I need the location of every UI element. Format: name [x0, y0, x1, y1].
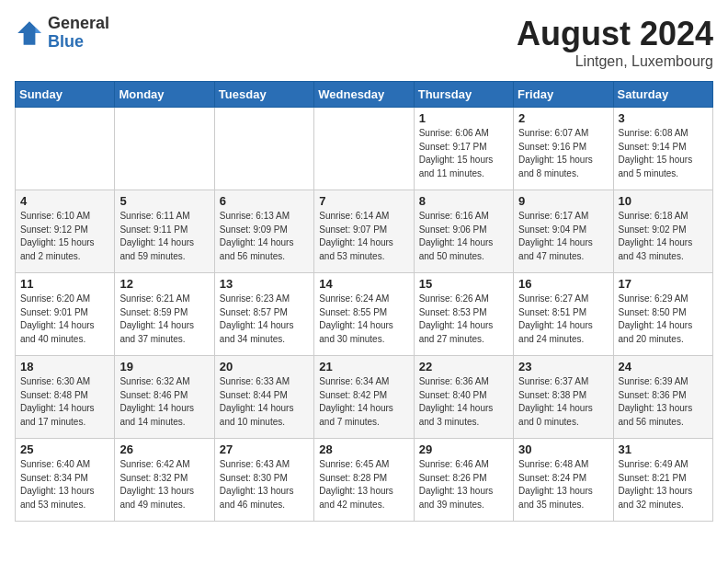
day-number: 30 — [518, 442, 608, 456]
header-monday: Monday — [115, 82, 214, 108]
calendar-cell: 8Sunrise: 6:16 AM Sunset: 9:06 PM Daylig… — [414, 190, 513, 273]
day-number: 29 — [419, 442, 508, 456]
day-info: Sunrise: 6:39 AM Sunset: 8:36 PM Dayligh… — [619, 375, 708, 429]
calendar-cell: 6Sunrise: 6:13 AM Sunset: 9:09 PM Daylig… — [214, 190, 313, 273]
calendar-cell: 21Sunrise: 6:34 AM Sunset: 8:42 PM Dayli… — [314, 356, 414, 439]
calendar-cell: 26Sunrise: 6:42 AM Sunset: 8:32 PM Dayli… — [115, 439, 214, 522]
day-number: 14 — [319, 277, 408, 291]
day-number: 23 — [518, 360, 608, 373]
day-info: Sunrise: 6:18 AM Sunset: 9:02 PM Dayligh… — [619, 210, 708, 263]
day-info: Sunrise: 6:11 AM Sunset: 9:11 PM Dayligh… — [119, 210, 209, 263]
calendar-cell: 19Sunrise: 6:32 AM Sunset: 8:46 PM Dayli… — [115, 356, 214, 439]
calendar-cell: 17Sunrise: 6:29 AM Sunset: 8:50 PM Dayli… — [613, 273, 712, 356]
header-sunday: Sunday — [16, 82, 115, 108]
day-info: Sunrise: 6:37 AM Sunset: 8:38 PM Dayligh… — [518, 375, 608, 429]
day-number: 26 — [119, 442, 209, 456]
title-area: August 2024 Lintgen, Luxembourg — [517, 15, 713, 70]
day-info: Sunrise: 6:23 AM Sunset: 8:57 PM Dayligh… — [220, 293, 309, 346]
calendar-cell: 7Sunrise: 6:14 AM Sunset: 9:07 PM Daylig… — [314, 190, 414, 273]
calendar-week-1: 1Sunrise: 6:06 AM Sunset: 9:17 PM Daylig… — [16, 108, 713, 190]
month-title: August 2024 — [517, 15, 713, 53]
calendar-body: 1Sunrise: 6:06 AM Sunset: 9:17 PM Daylig… — [16, 108, 713, 522]
logo-text: General Blue — [48, 15, 109, 52]
day-number: 31 — [619, 442, 708, 456]
day-info: Sunrise: 6:24 AM Sunset: 8:55 PM Dayligh… — [319, 293, 408, 346]
calendar-cell — [214, 108, 313, 190]
calendar-week-3: 11Sunrise: 6:20 AM Sunset: 9:01 PM Dayli… — [16, 273, 713, 356]
day-number: 12 — [119, 277, 209, 291]
calendar-cell: 18Sunrise: 6:30 AM Sunset: 8:48 PM Dayli… — [16, 356, 115, 439]
day-number: 18 — [20, 360, 109, 373]
calendar-cell: 27Sunrise: 6:43 AM Sunset: 8:30 PM Dayli… — [214, 439, 313, 522]
day-info: Sunrise: 6:14 AM Sunset: 9:07 PM Dayligh… — [319, 210, 408, 263]
day-info: Sunrise: 6:34 AM Sunset: 8:42 PM Dayligh… — [319, 375, 408, 429]
logo-blue: Blue — [48, 33, 109, 52]
header-wednesday: Wednesday — [314, 82, 414, 108]
day-number: 2 — [518, 111, 608, 125]
calendar-cell: 14Sunrise: 6:24 AM Sunset: 8:55 PM Dayli… — [314, 273, 414, 356]
calendar-cell: 1Sunrise: 6:06 AM Sunset: 9:17 PM Daylig… — [414, 108, 513, 190]
day-info: Sunrise: 6:48 AM Sunset: 8:24 PM Dayligh… — [518, 458, 608, 511]
day-number: 21 — [319, 360, 408, 373]
calendar-cell: 20Sunrise: 6:33 AM Sunset: 8:44 PM Dayli… — [214, 356, 313, 439]
calendar-cell: 23Sunrise: 6:37 AM Sunset: 8:38 PM Dayli… — [514, 356, 613, 439]
calendar-cell: 2Sunrise: 6:07 AM Sunset: 9:16 PM Daylig… — [514, 108, 613, 190]
day-info: Sunrise: 6:43 AM Sunset: 8:30 PM Dayligh… — [220, 458, 309, 511]
day-info: Sunrise: 6:06 AM Sunset: 9:17 PM Dayligh… — [419, 127, 508, 180]
calendar-table: Sunday Monday Tuesday Wednesday Thursday… — [15, 81, 713, 522]
day-info: Sunrise: 6:20 AM Sunset: 9:01 PM Dayligh… — [20, 293, 109, 346]
day-number: 10 — [619, 194, 708, 208]
logo: General Blue — [15, 15, 109, 52]
page-header: General Blue August 2024 Lintgen, Luxemb… — [15, 15, 713, 70]
calendar-week-2: 4Sunrise: 6:10 AM Sunset: 9:12 PM Daylig… — [16, 190, 713, 273]
header-saturday: Saturday — [613, 82, 712, 108]
calendar-week-5: 25Sunrise: 6:40 AM Sunset: 8:34 PM Dayli… — [16, 439, 713, 522]
calendar-cell — [115, 108, 214, 190]
calendar-cell — [16, 108, 115, 190]
calendar-cell: 15Sunrise: 6:26 AM Sunset: 8:53 PM Dayli… — [414, 273, 513, 356]
day-number: 17 — [619, 277, 708, 291]
day-info: Sunrise: 6:45 AM Sunset: 8:28 PM Dayligh… — [319, 458, 408, 511]
header-row: Sunday Monday Tuesday Wednesday Thursday… — [16, 82, 713, 108]
calendar-week-4: 18Sunrise: 6:30 AM Sunset: 8:48 PM Dayli… — [16, 356, 713, 439]
day-info: Sunrise: 6:21 AM Sunset: 8:59 PM Dayligh… — [119, 293, 209, 346]
header-friday: Friday — [514, 82, 613, 108]
day-info: Sunrise: 6:17 AM Sunset: 9:04 PM Dayligh… — [518, 210, 608, 263]
day-number: 22 — [419, 360, 508, 373]
day-info: Sunrise: 6:42 AM Sunset: 8:32 PM Dayligh… — [119, 458, 209, 511]
day-number: 24 — [619, 360, 708, 373]
day-number: 20 — [220, 360, 309, 373]
day-number: 11 — [20, 277, 109, 291]
day-number: 27 — [220, 442, 309, 456]
calendar-cell: 13Sunrise: 6:23 AM Sunset: 8:57 PM Dayli… — [214, 273, 313, 356]
calendar-cell: 12Sunrise: 6:21 AM Sunset: 8:59 PM Dayli… — [115, 273, 214, 356]
calendar-cell: 30Sunrise: 6:48 AM Sunset: 8:24 PM Dayli… — [514, 439, 613, 522]
logo-icon — [15, 18, 44, 48]
day-info: Sunrise: 6:13 AM Sunset: 9:09 PM Dayligh… — [220, 210, 309, 263]
day-number: 19 — [119, 360, 209, 373]
day-number: 5 — [119, 194, 209, 208]
calendar-cell: 29Sunrise: 6:46 AM Sunset: 8:26 PM Dayli… — [414, 439, 513, 522]
calendar-cell — [314, 108, 414, 190]
day-info: Sunrise: 6:40 AM Sunset: 8:34 PM Dayligh… — [20, 458, 109, 511]
day-info: Sunrise: 6:49 AM Sunset: 8:21 PM Dayligh… — [619, 458, 708, 511]
day-number: 25 — [20, 442, 109, 456]
calendar-cell: 25Sunrise: 6:40 AM Sunset: 8:34 PM Dayli… — [16, 439, 115, 522]
day-number: 4 — [20, 194, 109, 208]
header-tuesday: Tuesday — [214, 82, 313, 108]
calendar-cell: 10Sunrise: 6:18 AM Sunset: 9:02 PM Dayli… — [613, 190, 712, 273]
day-info: Sunrise: 6:36 AM Sunset: 8:40 PM Dayligh… — [419, 375, 508, 429]
calendar-cell: 24Sunrise: 6:39 AM Sunset: 8:36 PM Dayli… — [613, 356, 712, 439]
calendar-header: Sunday Monday Tuesday Wednesday Thursday… — [16, 82, 713, 108]
day-info: Sunrise: 6:32 AM Sunset: 8:46 PM Dayligh… — [119, 375, 209, 429]
day-number: 9 — [518, 194, 608, 208]
day-info: Sunrise: 6:08 AM Sunset: 9:14 PM Dayligh… — [619, 127, 708, 180]
calendar-cell: 28Sunrise: 6:45 AM Sunset: 8:28 PM Dayli… — [314, 439, 414, 522]
calendar-cell: 9Sunrise: 6:17 AM Sunset: 9:04 PM Daylig… — [514, 190, 613, 273]
calendar-cell: 16Sunrise: 6:27 AM Sunset: 8:51 PM Dayli… — [514, 273, 613, 356]
day-number: 28 — [319, 442, 408, 456]
day-info: Sunrise: 6:27 AM Sunset: 8:51 PM Dayligh… — [518, 293, 608, 346]
day-info: Sunrise: 6:16 AM Sunset: 9:06 PM Dayligh… — [419, 210, 508, 263]
day-number: 6 — [220, 194, 309, 208]
logo-general: General — [48, 15, 109, 33]
